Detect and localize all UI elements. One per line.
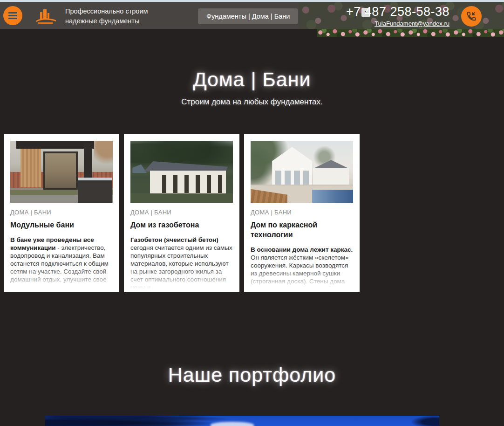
card-body-lead: Газобетон (ячеистый бетон) — [130, 236, 218, 243]
text-fade-overlay — [244, 267, 360, 292]
email-link[interactable]: TulaFundament@yandex.ru — [375, 20, 450, 27]
top-accent-strip — [0, 0, 504, 2]
card-title: Дом по каркасной технологии — [251, 220, 353, 240]
card-category: ДОМА | БАНИ — [251, 209, 353, 216]
card-aerated-concrete-house[interactable]: ДОМА | БАНИ Дом из газобетона Газобетон … — [124, 134, 239, 292]
snowy-roof-hint — [211, 422, 254, 426]
incoming-call-icon — [465, 10, 477, 22]
portfolio-slide-image[interactable] — [45, 416, 439, 426]
menu-button[interactable] — [3, 6, 22, 25]
tagline-line-2: надежные фундаменты — [65, 16, 148, 26]
nav-button-sections[interactable]: Фундаменты | Дома | Бани — [198, 8, 298, 24]
hero-section: Дома | Бани Строим дома на любых фундаме… — [0, 68, 504, 107]
card-image-bungalow — [130, 141, 233, 203]
card-modular-baths[interactable]: ДОМА | БАНИ Модульные бани В бане уже пр… — [4, 134, 119, 292]
phone-number[interactable]: +7 487 258-58-38 — [346, 4, 450, 19]
company-logo[interactable] — [34, 7, 58, 26]
card-category: ДОМА | БАНИ — [10, 209, 113, 216]
portfolio-title: Наше портфолио — [0, 364, 504, 386]
header-contacts: +7 487 258-58-38 TulaFundament@yandex.ru — [346, 4, 450, 27]
buildings-road-logo-icon — [34, 7, 58, 26]
tagline-line-1: Профессионально строим — [65, 7, 148, 16]
card-title: Модульные бани — [10, 220, 113, 230]
card-image-pool-house — [251, 141, 353, 203]
header-tagline: Профессионально строим надежные фундамен… — [65, 7, 148, 26]
card-title: Дом из газобетона — [130, 220, 233, 230]
card-frame-house[interactable]: ДОМА | БАНИ Дом по каркасной технологии … — [244, 134, 360, 292]
call-button[interactable] — [461, 6, 482, 27]
text-fade-overlay — [124, 267, 239, 292]
card-image-sauna — [10, 141, 113, 203]
card-body-lead: В основании дома лежит каркас. — [251, 246, 353, 253]
text-fade-overlay — [4, 267, 119, 292]
page-subtitle: Строим дома на любых фундаментах. — [0, 97, 504, 107]
hamburger-icon — [8, 12, 17, 19]
card-category: ДОМА | БАНИ — [130, 209, 233, 216]
page-title: Дома | Бани — [0, 68, 504, 91]
garden-photo-strip — [317, 29, 504, 37]
site-header: Профессионально строим надежные фундамен… — [0, 2, 504, 29]
tree-silhouette-right — [412, 416, 439, 426]
cards-row: ДОМА | БАНИ Модульные бани В бане уже пр… — [4, 134, 360, 292]
